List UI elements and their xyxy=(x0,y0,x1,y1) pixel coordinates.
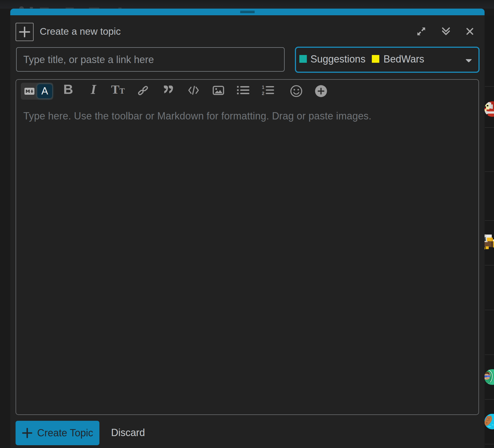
svg-text:1: 1 xyxy=(262,85,264,90)
svg-text:2: 2 xyxy=(262,91,264,95)
